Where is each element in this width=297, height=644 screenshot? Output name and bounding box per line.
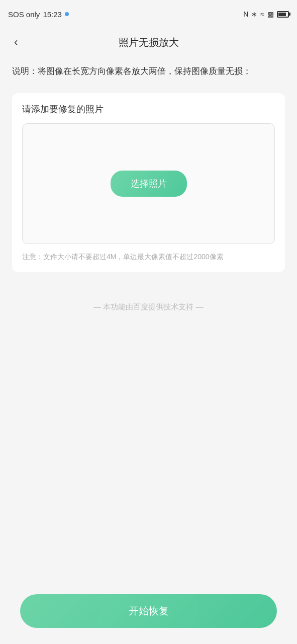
card-title: 请添加要修复的照片 [22,103,275,115]
bluetooth-icon: ∗ [251,10,257,18]
start-restore-button[interactable]: 开始恢复 [20,594,277,628]
status-right: N ∗ ≈ ▩ [243,10,289,18]
select-photo-button[interactable]: 选择照片 [111,171,187,197]
photo-card: 请添加要修复的照片 选择照片 注意：文件大小请不要超过4M，单边最大像素值不超过… [12,93,285,272]
upload-notice-text: 注意：文件大小请不要超过4M，单边最大像素值不超过2000像素 [22,251,275,262]
bottom-spacer [12,322,285,382]
page-title: 照片无损放大 [119,36,179,49]
time-label: 15:23 [43,10,62,19]
signal-icon: ▩ [267,10,274,18]
carrier-label: SOS only [8,10,40,19]
status-bar: SOS only 15:23 N ∗ ≈ ▩ [0,0,297,28]
main-content: 说明：将图像在长宽方向像素各放大两倍，保持图像质量无损； 请添加要修复的照片 选… [0,56,297,390]
battery-icon [277,11,289,18]
upload-area[interactable]: 选择照片 [22,123,275,244]
description-text: 说明：将图像在长宽方向像素各放大两倍，保持图像质量无损； [12,64,285,79]
wifi-icon: ≈ [260,10,264,18]
bottom-action-bar: 开始恢复 [0,586,297,644]
attribution-text: — 本功能由百度提供技术支持 — [12,292,285,322]
nav-bar: ‹ 照片无损放大 [0,28,297,56]
back-button[interactable]: ‹ [10,32,22,53]
nfc-icon: N [243,10,248,18]
status-dot-icon [65,12,69,16]
status-left: SOS only 15:23 [8,10,69,19]
